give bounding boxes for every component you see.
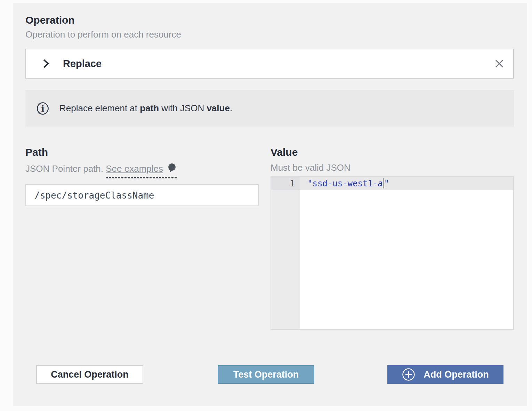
operation-select[interactable]: Replace xyxy=(25,49,514,79)
operation-subtitle: Operation to perform on each resource xyxy=(25,29,514,40)
operation-title: Operation xyxy=(25,14,514,26)
json-value-editor[interactable]: 1 "ssd-us-west1-a" xyxy=(271,176,514,330)
path-input[interactable] xyxy=(25,184,259,206)
editor-content[interactable]: "ssd-us-west1-a" xyxy=(300,177,513,329)
editor-gutter: 1 xyxy=(271,177,300,329)
close-icon[interactable] xyxy=(492,57,506,71)
info-circle-icon: i xyxy=(37,102,49,115)
operation-selected-value: Replace xyxy=(63,58,102,70)
banner-text: Replace element at path with JSON value. xyxy=(59,103,232,114)
speech-bubble-icon[interactable] xyxy=(167,163,177,174)
chevron-right-icon xyxy=(42,58,50,69)
test-operation-button[interactable]: Test Operation xyxy=(218,365,314,384)
info-banner: i Replace element at path with JSON valu… xyxy=(25,90,514,127)
add-operation-button[interactable]: Add Operation xyxy=(387,365,503,384)
operation-panel: Operation Operation to perform on each r… xyxy=(13,3,527,406)
cancel-operation-button[interactable]: Cancel Operation xyxy=(36,365,143,384)
line-number: 1 xyxy=(271,177,300,190)
value-subtitle: Must be valid JSON xyxy=(271,163,514,172)
see-examples-link[interactable]: See examples xyxy=(106,163,163,174)
add-operation-label: Add Operation xyxy=(424,369,489,380)
plus-circle-icon xyxy=(402,368,415,381)
path-section: Path JSON Pointer path. See examples xyxy=(25,146,259,330)
value-section: Value Must be valid JSON 1 "ssd-us-west1… xyxy=(271,146,514,330)
path-title: Path xyxy=(25,146,259,158)
value-title: Value xyxy=(271,146,514,158)
svg-text:i: i xyxy=(41,104,44,114)
editor-line-1: "ssd-us-west1-a" xyxy=(300,177,513,190)
path-subtitle: JSON Pointer path. See examples xyxy=(25,163,259,178)
